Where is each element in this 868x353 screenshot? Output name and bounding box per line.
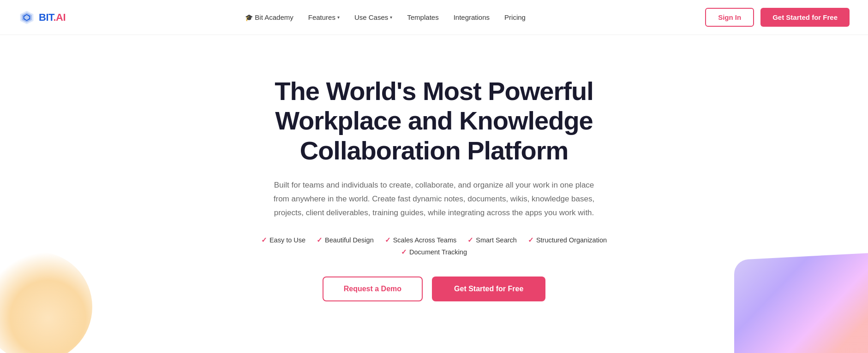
hero-section: The World's Most Powerful Workplace and …	[0, 35, 868, 353]
nav-link-integrations[interactable]: Integrations	[454, 13, 490, 21]
nav-link-templates[interactable]: Templates	[407, 13, 438, 21]
request-demo-button[interactable]: Request a Demo	[323, 277, 423, 301]
graduation-cap-icon: 🎓	[245, 14, 253, 21]
hero-features-list: ✓ Easy to Use ✓ Beautiful Design ✓ Scale…	[227, 236, 642, 256]
feature-smart-search: ✓ Smart Search	[467, 236, 517, 244]
chevron-down-icon: ▾	[390, 15, 392, 20]
hero-cta-buttons: Request a Demo Get Started for Free	[227, 277, 642, 301]
checkmark-icon: ✓	[385, 236, 391, 244]
nav-links: 🎓 Bit Academy Features ▾ Use Cases ▾ Tem…	[245, 13, 526, 21]
feature-scales-across-teams: ✓ Scales Across Teams	[385, 236, 457, 244]
navbar: BIT.AI 🎓 Bit Academy Features ▾ Use Case…	[0, 0, 868, 35]
logo-icon	[18, 9, 35, 26]
hero-subtitle: Built for teams and individuals to creat…	[268, 178, 600, 219]
hero-blob-left	[0, 252, 92, 353]
hero-content: The World's Most Powerful Workplace and …	[227, 76, 642, 301]
checkmark-icon: ✓	[401, 248, 407, 256]
hero-blob-right	[734, 253, 868, 353]
checkmark-icon: ✓	[317, 236, 323, 244]
get-started-hero-button[interactable]: Get Started for Free	[432, 277, 545, 301]
nav-item-bit-academy[interactable]: 🎓 Bit Academy	[245, 13, 293, 21]
feature-beautiful-design: ✓ Beautiful Design	[317, 236, 374, 244]
nav-link-bit-academy[interactable]: 🎓 Bit Academy	[245, 13, 293, 21]
logo-text: BIT.AI	[39, 12, 66, 24]
logo[interactable]: BIT.AI	[18, 9, 66, 26]
nav-link-features[interactable]: Features ▾	[308, 13, 340, 21]
checkmark-icon: ✓	[261, 236, 267, 244]
nav-item-use-cases[interactable]: Use Cases ▾	[354, 13, 392, 21]
nav-item-integrations[interactable]: Integrations	[454, 13, 490, 21]
hero-title: The World's Most Powerful Workplace and …	[227, 76, 642, 165]
get-started-nav-button[interactable]: Get Started for Free	[760, 8, 850, 27]
checkmark-icon: ✓	[528, 236, 534, 244]
signin-button[interactable]: Sign In	[705, 8, 754, 27]
chevron-down-icon: ▾	[337, 15, 340, 20]
nav-actions: Sign In Get Started for Free	[705, 8, 850, 27]
feature-easy-to-use: ✓ Easy to Use	[261, 236, 305, 244]
feature-structured-organization: ✓ Structured Organization	[528, 236, 607, 244]
nav-item-templates[interactable]: Templates	[407, 13, 438, 21]
feature-document-tracking: ✓ Document Tracking	[401, 248, 467, 256]
nav-link-pricing[interactable]: Pricing	[504, 13, 526, 21]
logo-bit: BIT	[39, 12, 54, 23]
nav-item-pricing[interactable]: Pricing	[504, 13, 526, 21]
nav-item-features[interactable]: Features ▾	[308, 13, 340, 21]
checkmark-icon: ✓	[467, 236, 473, 244]
logo-ai: .AI	[54, 12, 66, 23]
nav-link-use-cases[interactable]: Use Cases ▾	[354, 13, 392, 21]
